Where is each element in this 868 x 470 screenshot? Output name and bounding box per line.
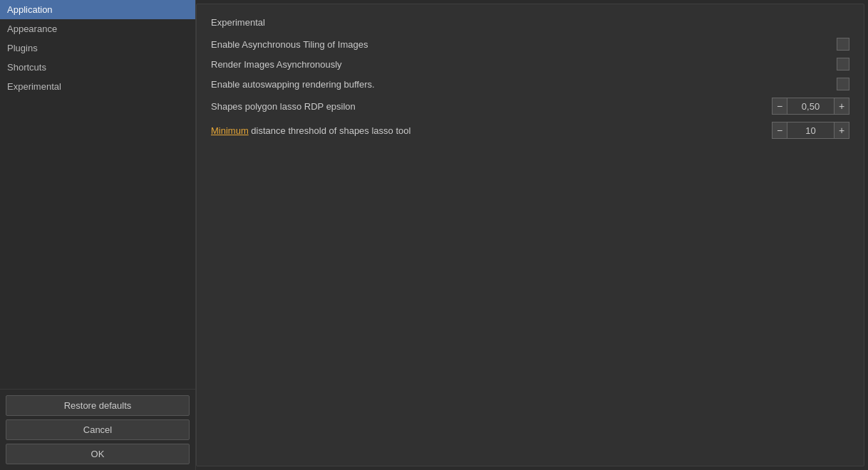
checkbox-autoswap-rendering[interactable] xyxy=(837,78,849,90)
spinner-plus-polygon-lasso-rdp[interactable]: + xyxy=(834,98,849,115)
sidebar-item-shortcuts[interactable]: Shortcuts xyxy=(0,58,195,77)
sidebar-item-application[interactable]: Application xyxy=(0,0,195,19)
spinner-polygon-lasso-rdp: −0,50+ xyxy=(772,98,849,115)
sidebar-footer: Restore defaults Cancel OK xyxy=(0,389,195,470)
checkbox-render-async[interactable] xyxy=(837,58,849,70)
sidebar-item-appearance[interactable]: Appearance xyxy=(0,19,195,38)
spinner-value-polygon-lasso-rdp[interactable]: 0,50 xyxy=(787,98,834,115)
restore-defaults-button[interactable]: Restore defaults xyxy=(6,395,190,416)
settings-label-render-async: Render Images Asynchronously xyxy=(211,59,837,70)
sidebar: ApplicationAppearancePluginsShortcutsExp… xyxy=(0,0,196,470)
highlighted-text: Minimum xyxy=(211,125,249,136)
ok-button[interactable]: OK xyxy=(6,444,190,464)
settings-label-polygon-lasso-rdp: Shapes polygon lasso RDP epsilon xyxy=(211,101,772,112)
spinner-value-min-distance-lasso[interactable]: 10 xyxy=(787,122,834,139)
main-content: Experimental Enable Asynchronous Tiling … xyxy=(196,4,864,466)
dialog: ApplicationAppearancePluginsShortcutsExp… xyxy=(0,0,868,470)
settings-row-async-tiling: Enable Asynchronous Tiling of Images xyxy=(211,38,849,51)
settings-container: Enable Asynchronous Tiling of ImagesRend… xyxy=(211,38,849,146)
spinner-minus-min-distance-lasso[interactable]: − xyxy=(772,122,787,139)
sidebar-item-plugins[interactable]: Plugins xyxy=(0,38,195,58)
cancel-button[interactable]: Cancel xyxy=(6,419,190,440)
settings-row-min-distance-lasso: Minimum distance threshold of shapes las… xyxy=(211,122,849,139)
sidebar-item-experimental[interactable]: Experimental xyxy=(0,77,195,96)
settings-row-render-async: Render Images Asynchronously xyxy=(211,58,849,70)
spinner-min-distance-lasso: −10+ xyxy=(772,122,849,139)
settings-row-autoswap-rendering: Enable autoswapping rendering buffers. xyxy=(211,78,849,90)
checkbox-async-tiling[interactable] xyxy=(837,38,849,51)
sidebar-items: ApplicationAppearancePluginsShortcutsExp… xyxy=(0,0,195,389)
settings-label-async-tiling: Enable Asynchronous Tiling of Images xyxy=(211,39,837,50)
settings-label-autoswap-rendering: Enable autoswapping rendering buffers. xyxy=(211,79,837,90)
spinner-plus-min-distance-lasso[interactable]: + xyxy=(834,122,849,139)
spinner-minus-polygon-lasso-rdp[interactable]: − xyxy=(772,98,787,115)
section-title: Experimental xyxy=(211,17,849,28)
settings-row-polygon-lasso-rdp: Shapes polygon lasso RDP epsilon−0,50+ xyxy=(211,98,849,115)
settings-label-min-distance-lasso: Minimum distance threshold of shapes las… xyxy=(211,125,772,136)
